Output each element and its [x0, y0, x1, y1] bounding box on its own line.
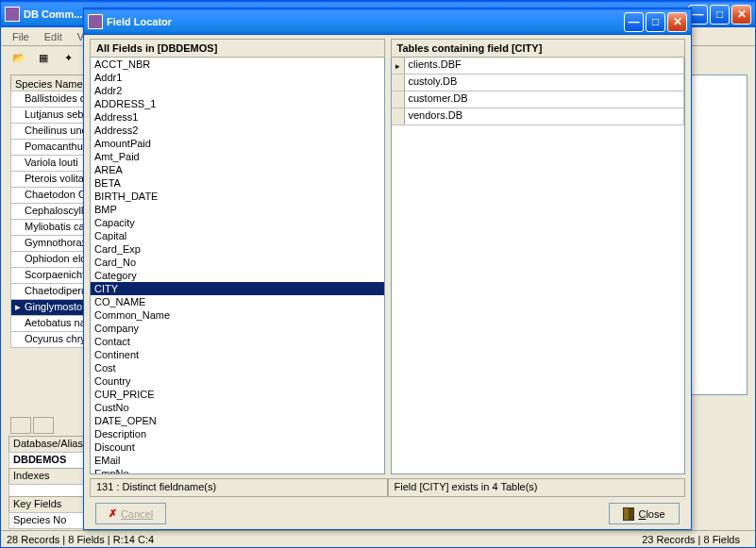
- grid-icon[interactable]: ▦: [33, 48, 54, 67]
- field-item[interactable]: Continent: [91, 348, 384, 361]
- close-button[interactable]: ✕: [731, 5, 751, 25]
- field-item[interactable]: Amt_Paid: [91, 150, 384, 163]
- field-item[interactable]: Country: [91, 374, 384, 388]
- field-item[interactable]: EMail: [91, 454, 384, 467]
- field-item[interactable]: Addr2: [91, 84, 384, 97]
- dialog-maximize-button[interactable]: □: [646, 12, 665, 32]
- field-item[interactable]: BIRTH_DATE: [91, 190, 384, 203]
- field-item[interactable]: ACCT_NBR: [91, 58, 384, 71]
- field-item[interactable]: Card_Exp: [91, 242, 384, 256]
- tables-panel: Tables containing field [CITY] ▸clients.…: [391, 39, 686, 474]
- dialog-minimize-button[interactable]: —: [624, 12, 644, 32]
- field-item[interactable]: Contact: [91, 335, 384, 348]
- field-item[interactable]: DATE_OPEN: [91, 414, 384, 427]
- field-item[interactable]: Addr1: [91, 71, 384, 84]
- field-item[interactable]: Address2: [91, 124, 384, 137]
- row-marker: [392, 75, 405, 91]
- field-item[interactable]: Common_Name: [91, 308, 384, 322]
- status-left: 28 Records | 8 Fields | R:14 C:4: [7, 534, 642, 545]
- menu-file[interactable]: File: [5, 29, 37, 44]
- field-item[interactable]: AmountPaid: [91, 137, 384, 150]
- status-right: 23 Records | 8 Fields: [642, 534, 749, 545]
- main-title: DB Comm...: [24, 8, 82, 20]
- field-item[interactable]: CustNo: [91, 401, 384, 414]
- field-item[interactable]: Category: [91, 269, 384, 282]
- tables-list[interactable]: ▸clients.DBFcustoly.DBcustomer.DBvendors…: [391, 58, 686, 474]
- table-row[interactable]: custoly.DB: [392, 75, 685, 91]
- field-item[interactable]: Capacity: [91, 216, 384, 229]
- status-distinct: 131 : Distinct fieldname(s): [90, 478, 388, 497]
- right-grid-area: [691, 75, 748, 395]
- fields-panel-header: All Fields in [DBDEMOS]: [90, 39, 385, 58]
- field-item[interactable]: BETA: [91, 176, 384, 190]
- app-icon: [5, 7, 20, 22]
- field-item[interactable]: Capital: [91, 229, 384, 242]
- field-item[interactable]: CUR_PRICE: [91, 388, 384, 401]
- row-marker: [392, 91, 405, 108]
- table-row[interactable]: customer.DB: [392, 91, 685, 108]
- status-exists: Field [CITY] exists in 4 Table(s): [388, 478, 686, 497]
- dialog-titlebar[interactable]: Field Locator — □ ✕: [84, 8, 691, 35]
- statusbar: 28 Records | 8 Fields | R:14 C:4 23 Reco…: [1, 530, 755, 547]
- row-marker: ▸: [392, 58, 405, 74]
- field-item[interactable]: AREA: [91, 163, 384, 176]
- field-item[interactable]: CITY: [91, 282, 384, 295]
- field-item[interactable]: Cost: [91, 361, 384, 374]
- field-item[interactable]: Company: [91, 322, 384, 335]
- fields-panel: All Fields in [DBDEMOS] ACCT_NBRAddr1Add…: [90, 39, 385, 474]
- dialog-icon: [88, 14, 103, 29]
- row-marker: [392, 108, 405, 125]
- menu-edit[interactable]: Edit: [37, 29, 70, 44]
- tables-panel-header: Tables containing field [CITY]: [391, 39, 686, 58]
- close-dialog-button[interactable]: Close: [609, 503, 680, 524]
- dialog-statusbar: 131 : Distinct fieldname(s) Field [CITY]…: [90, 478, 685, 497]
- open-icon[interactable]: 📂: [8, 48, 29, 67]
- cancel-button: ✗ Cancel: [95, 503, 166, 524]
- field-locator-dialog: Field Locator — □ ✕ All Fields in [DBDEM…: [83, 8, 692, 530]
- field-item[interactable]: CO_NAME: [91, 295, 384, 308]
- dialog-title: Field Locator: [107, 16, 172, 27]
- toggle-2[interactable]: [33, 417, 54, 434]
- tool-icon[interactable]: ✦: [58, 48, 78, 67]
- field-item[interactable]: Discount: [91, 440, 384, 454]
- maximize-button[interactable]: □: [710, 5, 730, 25]
- field-item[interactable]: ADDRESS_1: [91, 97, 384, 110]
- table-row[interactable]: vendors.DB: [392, 108, 685, 125]
- table-row[interactable]: ▸clients.DBF: [392, 58, 685, 75]
- cancel-icon: ✗: [109, 507, 117, 520]
- field-item[interactable]: BMP: [91, 203, 384, 216]
- toggle-1[interactable]: [10, 417, 31, 434]
- field-item[interactable]: Card_No: [91, 256, 384, 269]
- field-item[interactable]: Address1: [91, 110, 384, 124]
- fields-list[interactable]: ACCT_NBRAddr1Addr2ADDRESS_1Address1Addre…: [90, 58, 385, 474]
- door-icon: [623, 507, 634, 521]
- dialog-close-button[interactable]: ✕: [667, 12, 687, 32]
- field-item[interactable]: EmpNo: [91, 467, 384, 474]
- field-item[interactable]: Description: [91, 427, 384, 440]
